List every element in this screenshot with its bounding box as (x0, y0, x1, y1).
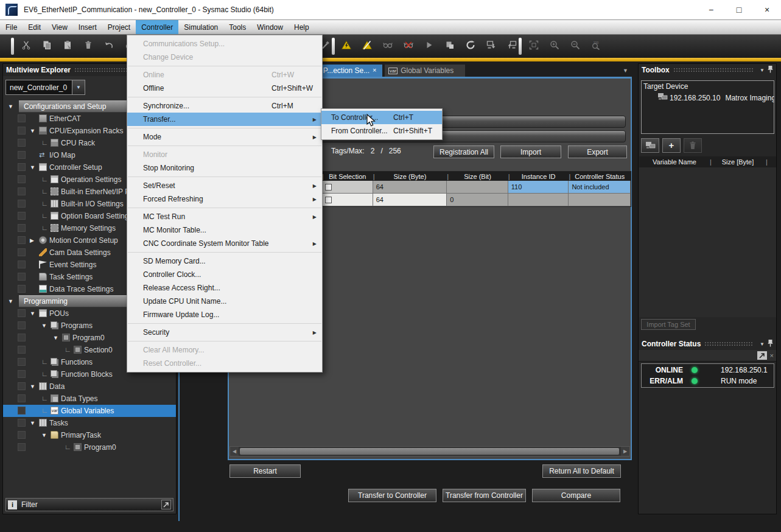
chevron-down-icon[interactable]: ▼ (72, 80, 85, 94)
scroll-right-icon[interactable]: ▶ (621, 447, 629, 456)
tree-item-data-types[interactable]: ∟Data Types (3, 393, 176, 405)
menu-item-mode[interactable]: Mode▶ (127, 130, 322, 144)
tree-expand-icon[interactable]: ▼ (8, 298, 13, 304)
menu-item-controller-clock[interactable]: Controller Clock... (127, 268, 322, 281)
build-error-button[interactable] (336, 37, 357, 55)
tree-expand-icon[interactable]: ▼ (53, 335, 58, 341)
add-tag-set-icon[interactable] (641, 138, 659, 153)
pin-icon[interactable] (768, 339, 773, 349)
menu-item-stop-monitoring[interactable]: Stop Monitoring (127, 161, 322, 175)
menu-item-to-controller[interactable]: To Controller...Ctrl+T (321, 111, 442, 124)
restart-button[interactable]: Restart (229, 464, 301, 478)
menubar-item-edit[interactable]: Edit (23, 20, 46, 34)
close-button[interactable]: × (753, 0, 781, 19)
transfer-to-controller-button[interactable]: Transfer to Controller (348, 489, 436, 502)
tree-item-global-variables[interactable]: ∟varGlobal Variables (3, 405, 176, 417)
menubar-item-help[interactable]: Help (289, 20, 315, 34)
menubar-item-tools[interactable]: Tools (223, 20, 251, 34)
delete-button[interactable] (78, 37, 99, 55)
upload-program-button[interactable] (502, 37, 522, 55)
row-checkbox[interactable] (325, 184, 332, 191)
menu-item-security[interactable]: Security▶ (127, 326, 322, 339)
menubar-item-window[interactable]: Window (251, 20, 289, 34)
tree-expand-icon[interactable]: ▼ (30, 128, 35, 134)
maximize-button[interactable]: □ (725, 0, 753, 19)
tree-expand-icon[interactable]: ▼ (41, 323, 47, 329)
undo-button[interactable] (99, 37, 119, 55)
import-button[interactable]: Import (500, 145, 561, 158)
controller-status-title: Controller Status (642, 340, 701, 348)
monitor-stop-button[interactable] (398, 37, 419, 55)
menu-item-forced-refreshing[interactable]: Forced Refreshing▶ (127, 192, 322, 206)
table-cell (322, 181, 373, 194)
scrollbar-thumb[interactable] (240, 448, 619, 455)
tree-expand-icon[interactable]: ▼ (30, 310, 35, 317)
menu-item-sd-memory-card[interactable]: SD Memory Card... (127, 254, 322, 268)
zoom-in-button[interactable] (544, 37, 565, 55)
tree-expand-icon[interactable]: ▼ (30, 164, 35, 170)
tree-expand-icon[interactable]: ▼ (30, 383, 35, 390)
registration-all-button[interactable]: Registration All (433, 145, 494, 158)
build-warning-button[interactable] (357, 37, 377, 55)
menu-item-synchronize[interactable]: Synchronize...Ctrl+M (127, 99, 322, 113)
menu-item-mc-test-run[interactable]: MC Test Run▶ (127, 210, 322, 223)
transfer-from-controller-button[interactable]: Transfer from Controller (443, 489, 526, 502)
menu-item-mc-monitor-table[interactable]: MC Monitor Table... (127, 223, 322, 237)
minimize-button[interactable]: − (697, 0, 725, 19)
table-row[interactable]: 640 (322, 194, 631, 206)
zoom-100-button[interactable]: 100 (586, 37, 606, 55)
menu-item-set-reset[interactable]: Set/Reset▶ (127, 179, 322, 192)
monitor-button[interactable] (377, 37, 398, 55)
menu-item-release-access-right[interactable]: Release Access Right... (127, 281, 322, 295)
compare-button[interactable]: Compare (532, 489, 620, 502)
expand-icon[interactable] (757, 351, 767, 360)
menubar-item-insert[interactable]: Insert (73, 20, 102, 34)
tree-item-tasks[interactable]: ▼Tasks (3, 417, 176, 429)
pin-icon[interactable] (768, 65, 773, 75)
chevron-down-icon[interactable]: ▼ (760, 68, 765, 73)
paste-button[interactable] (57, 37, 78, 55)
pin-icon[interactable] (161, 500, 171, 509)
zoom-fit-button[interactable] (524, 37, 544, 55)
tree-expand-icon[interactable]: ▼ (30, 420, 35, 426)
menu-item-transfer[interactable]: Transfer...▶ (127, 113, 322, 126)
chevron-down-icon[interactable]: ▼ (760, 341, 765, 347)
add-variable-button[interactable]: + (662, 138, 681, 153)
tab-global-variables[interactable]: varGlobal Variables (385, 65, 465, 77)
close-icon[interactable]: × (770, 352, 774, 359)
cut-button[interactable] (16, 37, 37, 55)
target-device-item[interactable]: 192.168.250.10 Matrox Imaging V (657, 93, 774, 103)
row-checkbox[interactable] (325, 197, 332, 203)
menu-item-firmware-update-log[interactable]: Firmware Update Log... (127, 308, 322, 321)
horizontal-scrollbar[interactable]: ◀ ▶ (229, 446, 630, 457)
menu-item-update-cpu-unit-name[interactable]: Update CPU Unit Name... (127, 295, 322, 308)
export-button[interactable]: Export (568, 145, 627, 158)
zoom-out-button[interactable] (565, 37, 586, 55)
menubar-item-view[interactable]: View (46, 20, 73, 34)
filter-bar[interactable]: i Filter (5, 498, 173, 511)
scroll-left-icon[interactable]: ◀ (230, 447, 239, 456)
return-all-to-default-button[interactable]: Return All to Default (542, 464, 621, 478)
menu-item-offline[interactable]: OfflineCtrl+Shift+W (127, 82, 322, 95)
copy-button[interactable] (37, 37, 57, 55)
menubar-item-controller[interactable]: Controller (136, 20, 178, 34)
tree-expand-icon[interactable]: ▶ (30, 237, 34, 243)
tree-item-data[interactable]: ▼Data (3, 380, 176, 393)
table-row[interactable]: 64110Not included (322, 181, 631, 194)
menu-item-from-controller[interactable]: From Controller...Ctrl+Shift+T (321, 124, 442, 138)
run-button[interactable] (419, 37, 440, 55)
duplicate-button[interactable] (440, 37, 460, 55)
menu-item-cnc-coordinate-system-monitor-table[interactable]: CNC Coordinate System Monitor Table▶ (127, 237, 322, 250)
tree-expand-icon[interactable]: ▼ (41, 432, 47, 438)
tree-item-primarytask[interactable]: ▼PrimaryTask (3, 429, 176, 441)
menubar-item-simulation[interactable]: Simulation (178, 20, 223, 34)
controller-selector[interactable]: new_Controller_0 ▼ (5, 80, 85, 95)
download-program-button[interactable] (481, 37, 502, 55)
tab-list-chevron-icon[interactable]: ▼ (623, 68, 628, 74)
menubar-item-project[interactable]: Project (102, 20, 136, 34)
menubar-item-file[interactable]: File (0, 20, 23, 34)
synchronize-button[interactable] (460, 37, 481, 55)
tree-item-program0[interactable]: ∟Program0 (3, 441, 176, 453)
tab-close-icon[interactable]: × (373, 66, 376, 74)
tree-expand-icon[interactable]: ▼ (8, 103, 13, 110)
